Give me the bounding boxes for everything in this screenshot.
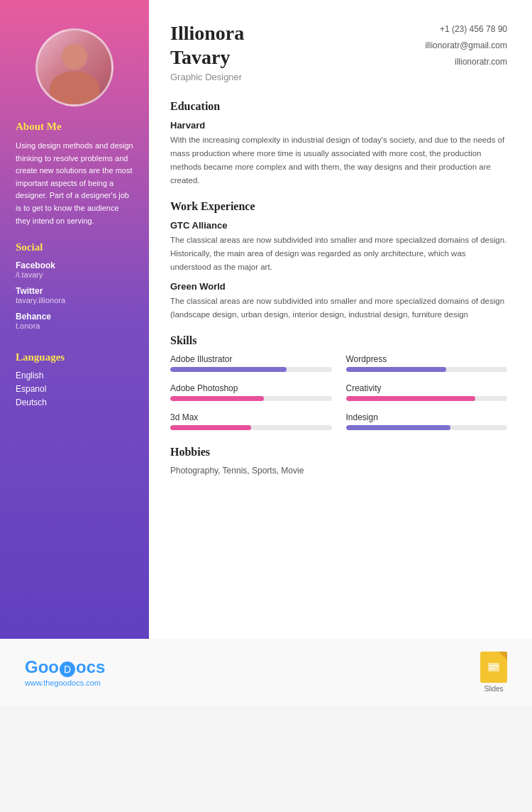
- skill-creativity-label: Creativity: [346, 383, 508, 393]
- education-header: Education: [170, 100, 507, 113]
- svg-rect-0: [488, 663, 499, 671]
- skill-photoshop: Adobe Photoshop: [170, 383, 332, 401]
- language-english: English: [16, 371, 133, 380]
- sidebar: About Me Using design methods and design…: [0, 0, 149, 639]
- skill-indesign: Indesign: [346, 412, 508, 430]
- resume-card: About Me Using design methods and design…: [0, 0, 532, 639]
- job-1: GTC Alliance The classical areas are now…: [170, 220, 507, 274]
- website: illionoratr.com: [425, 54, 507, 70]
- skill-3dmax: 3d Max: [170, 412, 332, 430]
- hobbies-header: Hobbies: [170, 446, 507, 459]
- skills-grid: Adobe Illustrator Wordpress Adobe Photos…: [170, 354, 507, 433]
- skill-illustrator-bar: [170, 367, 332, 372]
- work-header: Work Experience: [170, 200, 507, 213]
- slides-doc-icon: [480, 652, 507, 683]
- skill-creativity-fill: [346, 396, 475, 401]
- social-twitter: Twitter tavary.illionora: [16, 286, 133, 304]
- svg-rect-1: [489, 665, 498, 666]
- main-content: Illionora Tavary Graphic Designer +1 (23…: [149, 0, 532, 639]
- languages-section: Languages English Espanol Deutsch: [0, 351, 149, 411]
- job-1-desc: The classical areas are now subdivided i…: [170, 234, 507, 274]
- skill-illustrator-label: Adobe Illustrator: [170, 354, 332, 364]
- logo-text: Goo: [25, 657, 59, 676]
- about-title: About Me: [16, 121, 133, 133]
- slides-inner-icon: [487, 662, 500, 672]
- contact-info: +1 (23) 456 78 90 illionoratr@gmail.com …: [425, 21, 507, 82]
- language-deutsch: Deutsch: [16, 397, 133, 407]
- social-title: Social: [16, 241, 133, 253]
- header-section: Illionora Tavary Graphic Designer +1 (23…: [170, 21, 507, 82]
- avatar-image: [38, 28, 111, 106]
- logo: GooDocs: [25, 657, 105, 678]
- svg-rect-2: [489, 668, 495, 669]
- language-espanol: Espanol: [16, 384, 133, 394]
- person-name: Illionora Tavary: [170, 21, 425, 69]
- footer-url: www.thegoodocs.com: [25, 679, 105, 687]
- skill-indesign-fill: [346, 425, 451, 430]
- twitter-handle: tavary.illionora: [16, 296, 133, 304]
- slides-label: Slides: [484, 685, 503, 693]
- name-title-block: Illionora Tavary Graphic Designer: [170, 21, 425, 82]
- job-2-company: Green World: [170, 281, 507, 292]
- phone: +1 (23) 456 78 90: [425, 21, 507, 38]
- job-2-desc: The classical areas are now subdivided i…: [170, 295, 507, 322]
- logo-ocs: ocs: [76, 657, 105, 676]
- job-1-company: GTC Alliance: [170, 220, 507, 231]
- skill-3dmax-bar: [170, 425, 332, 430]
- social-behance: Behance t.onora: [16, 312, 133, 330]
- skill-illustrator: Adobe Illustrator: [170, 354, 332, 372]
- email: illionoratr@gmail.com: [425, 38, 507, 54]
- person-title: Graphic Designer: [170, 72, 425, 82]
- skill-wordpress-label: Wordpress: [346, 354, 508, 364]
- about-text: Using design methods and design thinking…: [16, 140, 133, 227]
- hobbies-text: Photography, Tennis, Sports, Movie: [170, 466, 507, 476]
- about-section: About Me Using design methods and design…: [0, 121, 149, 227]
- social-facebook: Facebook /i.tavary: [16, 260, 133, 279]
- logo-d-icon: D: [60, 662, 75, 677]
- skill-indesign-label: Indesign: [346, 412, 508, 422]
- languages-title: Languages: [16, 351, 133, 363]
- social-section: Social Facebook /i.tavary Twitter tavary…: [0, 241, 149, 337]
- skill-photoshop-bar: [170, 396, 332, 401]
- skill-wordpress-bar: [346, 367, 508, 372]
- school-name: Harvard: [170, 120, 507, 131]
- skills-header: Skills: [170, 334, 507, 347]
- avatar: [35, 28, 113, 106]
- facebook-label: Facebook: [16, 260, 133, 270]
- skill-illustrator-fill: [170, 367, 287, 372]
- facebook-handle: /i.tavary: [16, 270, 133, 279]
- behance-label: Behance: [16, 312, 133, 322]
- skill-creativity: Creativity: [346, 383, 508, 401]
- behance-handle: t.onora: [16, 322, 133, 330]
- footer-logo-block: GooDocs www.thegoodocs.com: [25, 657, 105, 688]
- education-text: With the increasing complexity in indust…: [170, 133, 507, 187]
- skill-wordpress: Wordpress: [346, 354, 508, 372]
- twitter-label: Twitter: [16, 286, 133, 296]
- skill-indesign-bar: [346, 425, 508, 430]
- skill-photoshop-label: Adobe Photoshop: [170, 383, 332, 393]
- slides-icon-block: Slides: [480, 652, 507, 693]
- job-2: Green World The classical areas are now …: [170, 281, 507, 322]
- avatar-container: [35, 28, 113, 106]
- footer: GooDocs www.thegoodocs.com Slides: [0, 639, 532, 706]
- page-wrapper: About Me Using design methods and design…: [0, 0, 532, 706]
- skill-3dmax-fill: [170, 425, 251, 430]
- skill-3dmax-label: 3d Max: [170, 412, 332, 422]
- skill-photoshop-fill: [170, 396, 264, 401]
- skill-wordpress-fill: [346, 367, 446, 372]
- skill-creativity-bar: [346, 396, 508, 401]
